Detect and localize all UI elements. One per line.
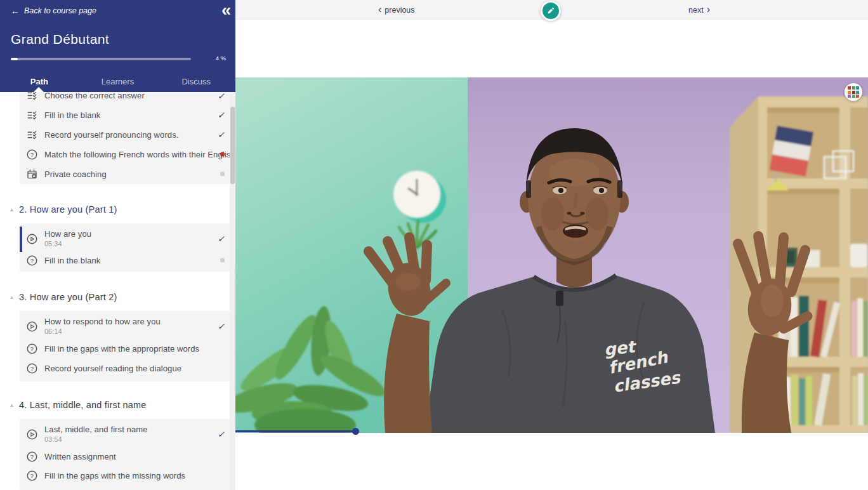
list-item[interactable]: ? Fill in the gaps with the appropriate … [20, 339, 230, 359]
list-item[interactable]: ? Match the following French words with … [20, 145, 230, 164]
notes-pencil-button[interactable] [541, 1, 561, 21]
course-title: Grand Débutant [11, 32, 109, 47]
list-item[interactable]: ? Record yourself reading the dialogue [20, 359, 230, 378]
section-title: 2. How are you (Part 1) [19, 204, 117, 215]
course-progress-fill [11, 58, 18, 60]
tshirt [424, 275, 715, 433]
calendar-icon [27, 169, 37, 180]
svg-text:?: ? [30, 365, 34, 372]
item-duration: 05:34 [44, 240, 91, 248]
check-icon: ✓ [218, 321, 225, 331]
video-scene: get french classes [235, 77, 868, 433]
active-tab-notch [34, 87, 44, 92]
item-label: Written assignment [44, 452, 116, 461]
list-item[interactable]: Private coaching [20, 164, 230, 184]
section-header[interactable]: ▴ 3. How are you (Part 2) [10, 289, 117, 305]
item-label: Fill in the blank [44, 256, 100, 265]
item-label: Fill in the gaps with the missing words [44, 471, 185, 480]
back-label: Back to course page [24, 6, 96, 15]
question-icon: ? [27, 343, 37, 354]
list-item[interactable]: ? Fill in the gaps with the missing word… [20, 466, 230, 486]
list-item[interactable]: Last, middle, and first name 03:54 ✓ [20, 420, 230, 448]
list-item[interactable]: Fill in the blank ✓ [20, 105, 230, 125]
sidebar-header: ← Back to course page « Grand Débutant 4… [0, 0, 235, 92]
question-icon: ? [27, 149, 37, 160]
chevron-right-icon: › [707, 4, 710, 15]
play-icon [27, 234, 37, 244]
list-item[interactable]: Choose the correct answer ✓ [20, 92, 230, 105]
item-label: How to respond to how are you [44, 317, 161, 327]
item-duration: 03:54 [44, 435, 148, 444]
back-arrow-icon: ← [11, 6, 20, 16]
svg-text:?: ? [30, 472, 34, 479]
list-item[interactable]: Record yourself pronouncing words. ✓ [20, 125, 230, 145]
svg-text:?: ? [30, 257, 34, 264]
section-header[interactable]: ▴ 4. Last, middle, and first name [10, 397, 146, 413]
previous-button[interactable]: ‹ previous [378, 0, 415, 20]
apps-grid-squares [848, 86, 859, 98]
quiz-icon [27, 110, 37, 121]
item-label: Record yourself pronouncing words. [44, 130, 179, 140]
item-label: Record yourself reading the dialogue [44, 364, 181, 373]
item-label: Fill in the gaps with the appropriate wo… [44, 344, 199, 354]
course-player-app: ← Back to course page « Grand Débutant 4… [0, 0, 868, 490]
pending-status-dot [220, 172, 225, 176]
quiz-icon [27, 129, 37, 140]
quiz-icon [27, 92, 37, 101]
list-item-current[interactable]: How are you 05:34 ✓ [20, 225, 230, 253]
lesson-video-player[interactable]: get french classes [235, 77, 868, 433]
svg-text:?: ? [30, 151, 34, 158]
play-icon [27, 429, 37, 440]
svg-text:?: ? [30, 453, 34, 460]
collapse-section-icon: ▴ [10, 206, 13, 213]
check-icon: ✓ [218, 429, 225, 439]
list-item[interactable]: ? Written assignment [20, 447, 230, 467]
section-header[interactable]: ▴ 2. How are you (Part 1) [10, 202, 117, 217]
item-label: Choose the correct answer [44, 92, 145, 100]
collapse-section-icon: ▴ [10, 402, 13, 408]
question-icon: ? [27, 470, 37, 481]
list-item[interactable]: ? Fill in the blank [20, 251, 230, 270]
video-progress-handle[interactable] [352, 428, 359, 435]
lapel-mic [556, 291, 563, 306]
pending-status-dot [220, 258, 225, 263]
course-progress-bar [11, 58, 191, 60]
item-label: Match the following French words with th… [44, 150, 235, 159]
check-icon: ✓ [218, 92, 225, 101]
current-item-indicator [20, 227, 22, 252]
list-scrollbar-track[interactable] [230, 92, 235, 490]
tab-learners[interactable]: Learners [79, 70, 157, 92]
section-title: 4. Last, middle, and first name [19, 400, 146, 410]
failed-status-dot [220, 152, 225, 157]
collapse-sidebar-icon[interactable]: « [221, 1, 231, 20]
item-label: Fill in the blank [44, 110, 100, 120]
next-label: next [688, 6, 704, 15]
chevron-left-icon: ‹ [378, 4, 381, 15]
collapse-section-icon: ▴ [10, 294, 13, 300]
next-button[interactable]: next › [688, 0, 710, 20]
course-progress-percent: 4 % [216, 55, 226, 62]
item-label: Last, middle, and first name [44, 425, 148, 435]
item-label: Private coaching [44, 169, 107, 179]
svg-text:?: ? [30, 345, 34, 352]
pencil-icon [546, 6, 555, 15]
previous-label: previous [385, 6, 414, 15]
play-icon [27, 321, 37, 332]
list-scrollbar-thumb[interactable] [230, 107, 235, 184]
item-label: How are you [44, 229, 91, 239]
back-to-course-link[interactable]: ← Back to course page [11, 6, 96, 16]
course-sidebar: ← Back to course page « Grand Débutant 4… [0, 0, 235, 490]
check-icon: ✓ [218, 129, 225, 140]
check-icon: ✓ [218, 234, 225, 244]
check-icon: ✓ [218, 110, 225, 120]
item-duration: 06:14 [44, 328, 161, 336]
apps-grid-icon[interactable] [845, 83, 862, 101]
list-item[interactable]: How to respond to how are you 06:14 ✓ [20, 312, 230, 340]
video-progress-bar[interactable] [235, 430, 356, 432]
section-title: 3. How are you (Part 2) [19, 292, 117, 302]
lesson-list: Choose the correct answer ✓ Fill in the … [0, 92, 235, 490]
tab-discuss[interactable]: Discuss [157, 70, 235, 92]
mug [850, 244, 867, 267]
question-icon: ? [27, 451, 37, 462]
question-icon: ? [27, 255, 37, 266]
